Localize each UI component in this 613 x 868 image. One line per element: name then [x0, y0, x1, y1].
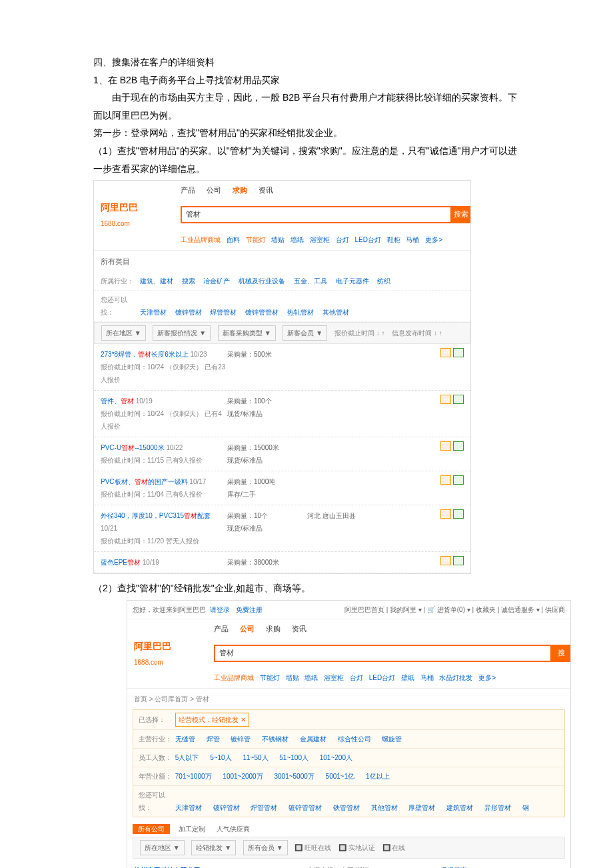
hot-link[interactable]: 水晶灯批发: [439, 674, 472, 681]
hot-link[interactable]: 台灯: [336, 236, 349, 243]
filter-opt[interactable]: 机械及行业设备: [239, 277, 285, 285]
hot-link[interactable]: 面料: [227, 236, 240, 243]
filter-opt[interactable]: 焊管管材: [251, 804, 277, 811]
logo[interactable]: 阿里巴巴 1688.com: [127, 637, 214, 669]
filter-opt[interactable]: 镀锌管管材: [289, 804, 322, 811]
selected-tag[interactable]: 经营模式：经销批发 ✕: [175, 713, 249, 727]
hot-link[interactable]: 马桶: [406, 236, 419, 243]
filter-opt[interactable]: 701~1000万: [175, 773, 212, 780]
hot-link-mall[interactable]: 工业品牌商城: [214, 674, 254, 681]
listing-title[interactable]: PVC-U管材--15000米: [101, 444, 165, 451]
wangwang-msg-link[interactable]: 旺旺留言: [440, 864, 467, 868]
filter-opt[interactable]: 镀锌管材: [175, 309, 202, 316]
filter-opt[interactable]: 厚壁管材: [408, 804, 435, 811]
filter-opt[interactable]: 天津管材: [175, 804, 202, 811]
listing-title[interactable]: 外径340，厚度10，PVC315管材配套: [101, 512, 211, 519]
filter-opt[interactable]: 热轧管材: [287, 309, 314, 316]
login-link[interactable]: 请登录: [210, 606, 230, 613]
hot-link[interactable]: 墙纸: [305, 674, 318, 681]
filter-opt[interactable]: 镀锌管: [231, 735, 251, 743]
hot-link[interactable]: 壁纸: [401, 674, 414, 681]
hot-link[interactable]: 墙纸: [291, 236, 304, 243]
hot-link[interactable]: 节能灯: [260, 674, 280, 681]
filter-opt[interactable]: 101~200人: [320, 754, 352, 761]
region-select[interactable]: 所在地区 ▼: [140, 840, 185, 855]
filter-opt[interactable]: 钢: [522, 804, 529, 811]
tab-oem[interactable]: 加工定制: [179, 825, 205, 833]
listing-title[interactable]: 蓝色EPE管材: [101, 559, 141, 566]
search-button[interactable]: 搜索: [452, 206, 470, 223]
region-select[interactable]: 所在地区 ▼: [101, 325, 146, 341]
filter-opt[interactable]: 冶金矿产: [203, 277, 230, 285]
hot-link[interactable]: LED台灯: [369, 674, 395, 681]
filter-opt[interactable]: 5~10人: [210, 754, 232, 761]
filter-opt[interactable]: 5001~1亿: [326, 773, 355, 780]
tab-news[interactable]: 资讯: [259, 186, 273, 194]
tab-company-active[interactable]: 公司: [240, 625, 255, 633]
company-name[interactable]: 杭州安田科技有限公司: [134, 864, 307, 868]
chk-verified[interactable]: 🔲 实地认证: [338, 844, 375, 851]
filter-opt[interactable]: 11~50人: [243, 754, 268, 761]
filter-opt[interactable]: 建筑、建材: [140, 277, 173, 285]
search-input[interactable]: 管材: [214, 645, 552, 662]
tab-buy-active[interactable]: 求购: [233, 186, 247, 194]
sort-pubtime[interactable]: 信息发布时间 ↓ ↑: [392, 329, 442, 337]
logo[interactable]: 阿里巴巴 1688.com: [94, 199, 181, 230]
filter-opt[interactable]: 金属建材: [300, 735, 326, 743]
sort-deadline[interactable]: 报价截止时间 ↓ ↑: [334, 329, 385, 337]
hot-link[interactable]: 台灯: [350, 674, 363, 681]
hot-link[interactable]: 墙贴: [286, 674, 299, 681]
search-input[interactable]: 管材: [181, 206, 452, 223]
hot-link[interactable]: 浴室柜: [310, 236, 330, 243]
filter-opt[interactable]: 焊管: [207, 735, 220, 743]
filter-opt[interactable]: 镀锌管材: [213, 804, 240, 811]
listing-title[interactable]: 273*8焊管，管材长度6米以上: [101, 351, 189, 358]
filter-opt[interactable]: 五金、工具: [294, 277, 327, 285]
filter-opt[interactable]: 1001~2000万: [223, 773, 263, 780]
mode-select[interactable]: 经销批发 ▼: [191, 840, 236, 855]
listing-title[interactable]: PVC板材、管材的国产一级料: [101, 478, 188, 485]
filter-opt[interactable]: 焊管管材: [210, 309, 237, 316]
filter-opt[interactable]: 镀锌管管材: [245, 309, 279, 316]
filter-opt[interactable]: 建筑管材: [446, 804, 473, 811]
hot-link[interactable]: 浴室柜: [324, 674, 344, 681]
filter-opt[interactable]: 纺织: [377, 277, 390, 285]
filter-opt[interactable]: 综合性公司: [338, 735, 371, 743]
hot-link[interactable]: 鞋柜: [387, 236, 400, 243]
chk-online[interactable]: 🔲 在线: [382, 844, 406, 851]
filter-opt[interactable]: 天津管材: [140, 309, 167, 316]
quote-select[interactable]: 新客报价情况 ▼: [153, 325, 211, 341]
topbar-right[interactable]: 阿里巴巴首页 | 我的阿里 ▾ | 🛒 进货单(0) ▾ | 收藏夹 | 诚信通…: [344, 603, 565, 616]
hot-link[interactable]: LED台灯: [354, 236, 380, 243]
filter-opt[interactable]: 电子元器件: [336, 277, 369, 285]
hot-link[interactable]: 更多>: [425, 236, 442, 243]
listing-title[interactable]: 管件、管材: [101, 397, 134, 405]
tab-popular[interactable]: 人气供应商: [217, 825, 250, 833]
filter-opt[interactable]: 铁管管材: [333, 804, 360, 811]
filter-opt[interactable]: 螺旋管: [382, 735, 402, 743]
buy-type-select[interactable]: 新客采购类型 ▼: [218, 325, 276, 341]
filter-opt[interactable]: 其他管材: [371, 804, 398, 811]
tab-product[interactable]: 产品: [214, 625, 229, 633]
filter-opt[interactable]: 5人以下: [175, 754, 199, 761]
filter-opt[interactable]: 51~100人: [279, 754, 308, 761]
hot-link[interactable]: 更多>: [478, 674, 496, 681]
hot-link[interactable]: 节能灯: [246, 236, 266, 243]
tab-all-companies[interactable]: 所有公司: [133, 824, 170, 834]
chk-wangwang[interactable]: 🔲 旺旺在线: [295, 844, 331, 851]
tab-company[interactable]: 公司: [207, 186, 221, 194]
filter-opt[interactable]: 不锈钢材: [262, 735, 289, 743]
filter-opt[interactable]: 3001~5000万: [274, 773, 314, 780]
tab-news[interactable]: 资讯: [292, 625, 306, 633]
register-link[interactable]: 免费注册: [236, 606, 263, 613]
filter-opt[interactable]: 异形管材: [484, 804, 511, 811]
hot-link[interactable]: 马桶: [420, 674, 434, 681]
filter-opt[interactable]: 无缝管: [175, 735, 195, 743]
tab-buy[interactable]: 求购: [266, 625, 281, 633]
hot-link[interactable]: 墙贴: [271, 236, 285, 243]
member-select[interactable]: 新客会员 ▼: [283, 325, 327, 341]
search-button[interactable]: 搜: [552, 645, 570, 662]
member-select[interactable]: 所有会员 ▼: [243, 840, 288, 855]
filter-opt[interactable]: 搜索: [182, 277, 195, 285]
tab-product[interactable]: 产品: [181, 186, 195, 194]
